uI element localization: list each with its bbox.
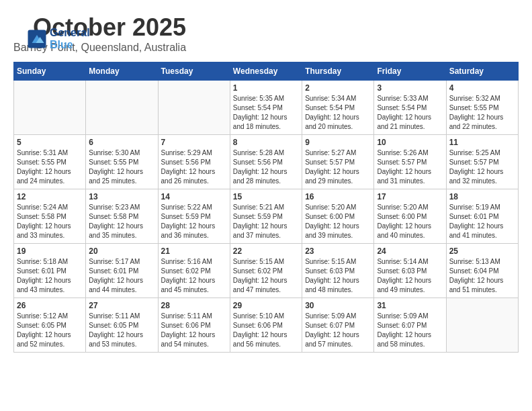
day-info: Sunrise: 5:15 AM Sunset: 6:03 PM Dayligh…	[305, 257, 371, 295]
day-info: Sunrise: 5:22 AM Sunset: 5:59 PM Dayligh…	[161, 203, 227, 240]
calendar-cell: 12Sunrise: 5:24 AM Sunset: 5:58 PM Dayli…	[14, 189, 86, 244]
day-number: 17	[377, 192, 443, 201]
day-info: Sunrise: 5:31 AM Sunset: 5:55 PM Dayligh…	[17, 148, 83, 186]
day-info: Sunrise: 5:17 AM Sunset: 6:01 PM Dayligh…	[89, 257, 154, 295]
calendar-cell: 5Sunrise: 5:31 AM Sunset: 5:55 PM Daylig…	[14, 135, 86, 189]
calendar-cell: 24Sunrise: 5:14 AM Sunset: 6:03 PM Dayli…	[374, 244, 446, 298]
logo-icon	[27, 29, 47, 49]
calendar-cell: 14Sunrise: 5:22 AM Sunset: 5:59 PM Dayli…	[158, 189, 230, 244]
day-info: Sunrise: 5:30 AM Sunset: 5:55 PM Dayligh…	[89, 148, 154, 186]
calendar-week-1: 5Sunrise: 5:31 AM Sunset: 5:55 PM Daylig…	[14, 135, 519, 189]
day-info: Sunrise: 5:35 AM Sunset: 5:54 PM Dayligh…	[233, 94, 299, 132]
calendar-cell: 16Sunrise: 5:20 AM Sunset: 6:00 PM Dayli…	[302, 189, 374, 244]
calendar-week-4: 26Sunrise: 5:12 AM Sunset: 6:05 PM Dayli…	[14, 298, 519, 353]
calendar-cell: 11Sunrise: 5:25 AM Sunset: 5:57 PM Dayli…	[446, 135, 518, 189]
day-info: Sunrise: 5:27 AM Sunset: 5:57 PM Dayligh…	[305, 148, 371, 186]
day-number: 28	[161, 301, 227, 310]
day-number: 14	[161, 192, 227, 201]
calendar-cell: 22Sunrise: 5:15 AM Sunset: 6:02 PM Dayli…	[230, 244, 302, 298]
day-info: Sunrise: 5:23 AM Sunset: 5:58 PM Dayligh…	[89, 203, 154, 240]
day-number: 3	[377, 83, 443, 93]
calendar-cell: 26Sunrise: 5:12 AM Sunset: 6:05 PM Dayli…	[14, 298, 86, 353]
calendar-cell	[14, 81, 86, 135]
day-info: Sunrise: 5:28 AM Sunset: 5:56 PM Dayligh…	[233, 148, 299, 186]
day-info: Sunrise: 5:24 AM Sunset: 5:58 PM Dayligh…	[17, 203, 83, 240]
day-number: 31	[377, 301, 443, 310]
day-info: Sunrise: 5:32 AM Sunset: 5:55 PM Dayligh…	[449, 94, 515, 132]
day-number: 18	[449, 192, 515, 201]
day-number: 16	[305, 192, 371, 201]
day-number: 6	[89, 138, 154, 147]
logo: General Blue	[27, 27, 90, 51]
day-number: 9	[305, 138, 371, 147]
calendar-cell: 2Sunrise: 5:34 AM Sunset: 5:54 PM Daylig…	[302, 81, 374, 135]
calendar-cell: 15Sunrise: 5:21 AM Sunset: 5:59 PM Dayli…	[230, 189, 302, 244]
day-info: Sunrise: 5:33 AM Sunset: 5:54 PM Dayligh…	[377, 94, 443, 132]
calendar-cell: 28Sunrise: 5:11 AM Sunset: 6:06 PM Dayli…	[158, 298, 230, 353]
day-number: 20	[89, 246, 154, 256]
calendar-cell: 30Sunrise: 5:09 AM Sunset: 6:07 PM Dayli…	[302, 298, 374, 353]
day-info: Sunrise: 5:25 AM Sunset: 5:57 PM Dayligh…	[449, 148, 515, 186]
day-number: 26	[17, 301, 83, 310]
day-number: 24	[377, 246, 443, 256]
calendar-cell: 1Sunrise: 5:35 AM Sunset: 5:54 PM Daylig…	[230, 81, 302, 135]
calendar-cell: 23Sunrise: 5:15 AM Sunset: 6:03 PM Dayli…	[302, 244, 374, 298]
day-info: Sunrise: 5:11 AM Sunset: 6:05 PM Dayligh…	[89, 312, 154, 349]
day-info: Sunrise: 5:26 AM Sunset: 5:57 PM Dayligh…	[377, 148, 443, 186]
calendar-cell: 29Sunrise: 5:10 AM Sunset: 6:06 PM Dayli…	[230, 298, 302, 353]
day-number: 15	[233, 192, 299, 201]
day-info: Sunrise: 5:13 AM Sunset: 6:04 PM Dayligh…	[449, 257, 515, 295]
top-wrapper: General Blue October 2025 Barney Point, …	[13, 13, 519, 56]
weekday-header-saturday: Saturday	[446, 62, 518, 81]
calendar-cell: 8Sunrise: 5:28 AM Sunset: 5:56 PM Daylig…	[230, 135, 302, 189]
day-number: 29	[233, 301, 299, 310]
day-info: Sunrise: 5:29 AM Sunset: 5:56 PM Dayligh…	[161, 148, 227, 186]
day-info: Sunrise: 5:20 AM Sunset: 6:00 PM Dayligh…	[305, 203, 371, 240]
day-number: 5	[17, 138, 83, 147]
day-number: 11	[449, 138, 515, 147]
calendar-cell: 19Sunrise: 5:18 AM Sunset: 6:01 PM Dayli…	[14, 244, 86, 298]
day-number: 25	[449, 246, 515, 256]
weekday-header-monday: Monday	[86, 62, 158, 81]
day-number: 2	[305, 83, 371, 93]
day-number: 4	[449, 83, 515, 93]
day-info: Sunrise: 5:14 AM Sunset: 6:03 PM Dayligh…	[377, 257, 443, 295]
calendar-cell: 7Sunrise: 5:29 AM Sunset: 5:56 PM Daylig…	[158, 135, 230, 189]
calendar-week-2: 12Sunrise: 5:24 AM Sunset: 5:58 PM Dayli…	[14, 189, 519, 244]
day-info: Sunrise: 5:09 AM Sunset: 6:07 PM Dayligh…	[377, 312, 443, 349]
calendar-cell: 20Sunrise: 5:17 AM Sunset: 6:01 PM Dayli…	[86, 244, 158, 298]
calendar-cell	[158, 81, 230, 135]
day-number: 30	[305, 301, 371, 310]
day-number: 21	[161, 246, 227, 256]
day-info: Sunrise: 5:16 AM Sunset: 6:02 PM Dayligh…	[161, 257, 227, 295]
calendar-cell: 6Sunrise: 5:30 AM Sunset: 5:55 PM Daylig…	[86, 135, 158, 189]
weekday-header-thursday: Thursday	[302, 62, 374, 81]
day-info: Sunrise: 5:11 AM Sunset: 6:06 PM Dayligh…	[161, 312, 227, 349]
day-number: 22	[233, 246, 299, 256]
weekday-header-wednesday: Wednesday	[230, 62, 302, 81]
day-info: Sunrise: 5:09 AM Sunset: 6:07 PM Dayligh…	[305, 312, 371, 349]
calendar-cell: 31Sunrise: 5:09 AM Sunset: 6:07 PM Dayli…	[374, 298, 446, 353]
day-info: Sunrise: 5:18 AM Sunset: 6:01 PM Dayligh…	[17, 257, 83, 295]
calendar-cell: 10Sunrise: 5:26 AM Sunset: 5:57 PM Dayli…	[374, 135, 446, 189]
day-number: 27	[89, 301, 154, 310]
day-info: Sunrise: 5:15 AM Sunset: 6:02 PM Dayligh…	[233, 257, 299, 295]
day-number: 7	[161, 138, 227, 147]
day-number: 19	[17, 246, 83, 256]
day-info: Sunrise: 5:20 AM Sunset: 6:00 PM Dayligh…	[377, 203, 443, 240]
calendar-cell: 18Sunrise: 5:19 AM Sunset: 6:01 PM Dayli…	[446, 189, 518, 244]
day-number: 23	[305, 246, 371, 256]
day-info: Sunrise: 5:10 AM Sunset: 6:06 PM Dayligh…	[233, 312, 299, 349]
calendar-cell: 25Sunrise: 5:13 AM Sunset: 6:04 PM Dayli…	[446, 244, 518, 298]
calendar-week-0: 1Sunrise: 5:35 AM Sunset: 5:54 PM Daylig…	[14, 81, 519, 135]
calendar-cell: 27Sunrise: 5:11 AM Sunset: 6:05 PM Dayli…	[86, 298, 158, 353]
weekday-header-friday: Friday	[374, 62, 446, 81]
day-info: Sunrise: 5:21 AM Sunset: 5:59 PM Dayligh…	[233, 203, 299, 240]
day-number: 8	[233, 138, 299, 147]
calendar-cell: 9Sunrise: 5:27 AM Sunset: 5:57 PM Daylig…	[302, 135, 374, 189]
weekday-header-sunday: Sunday	[14, 62, 86, 81]
calendar-cell	[86, 81, 158, 135]
weekday-header-tuesday: Tuesday	[158, 62, 230, 81]
day-info: Sunrise: 5:19 AM Sunset: 6:01 PM Dayligh…	[449, 203, 515, 240]
day-number: 10	[377, 138, 443, 147]
